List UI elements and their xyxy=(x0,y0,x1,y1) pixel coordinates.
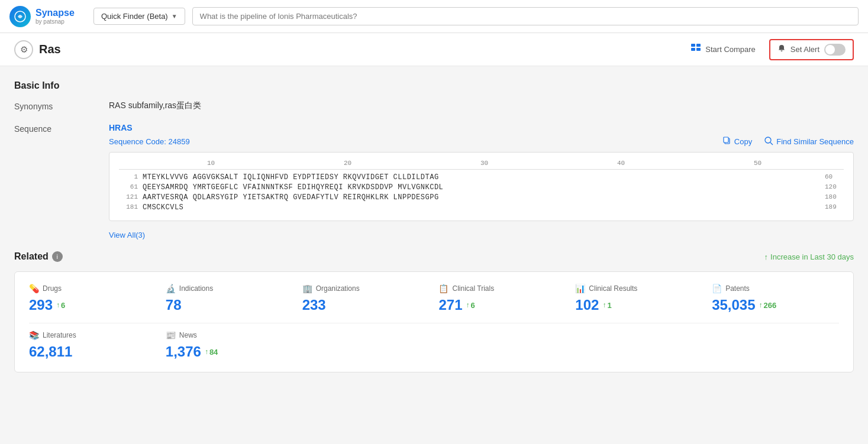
increase-label: ↑ Increase in Last 30 days xyxy=(764,252,854,261)
stat-card-header: 📰 News xyxy=(166,330,293,340)
stat-card-header: 📚 Literatures xyxy=(29,330,156,340)
stat-label: Clinical Trials xyxy=(452,284,494,293)
related-section-header: Related i ↑ Increase in Last 30 days xyxy=(14,251,854,262)
sequence-ruler: 10 20 30 40 50 xyxy=(119,160,844,170)
related-title-area: Related i xyxy=(14,251,63,262)
view-all-link[interactable]: View All(3) xyxy=(109,231,145,239)
settings-icon: ⚙ xyxy=(14,40,33,59)
stat-value: 102 ↑1 xyxy=(575,297,702,313)
arrow-up-icon: ↑ xyxy=(205,348,208,356)
stat-icon: 🏢 xyxy=(302,284,312,293)
stat-card-header: 📊 Clinical Results xyxy=(575,284,702,293)
sequence-line: 61 QEEYSAMRDQ YMRTGEGFLC VFAINNNTKSF EDI… xyxy=(119,183,844,192)
arrow-up-icon: ↑ xyxy=(764,252,769,261)
seq-start-num: 61 xyxy=(119,183,143,192)
related-cards-container: 💊 Drugs 293 ↑6 🔬 Indications 78 🏢 Organi… xyxy=(14,271,854,372)
synonyms-row: Synonyms RAS subfamily,ras蛋白类 xyxy=(14,101,854,111)
stat-label: Organizations xyxy=(316,284,360,293)
compare-icon xyxy=(691,44,702,56)
svg-rect-4 xyxy=(696,48,701,51)
stat-card[interactable]: 🏢 Organizations 233 xyxy=(302,284,430,313)
stat-value: 62,811 xyxy=(29,343,156,360)
stat-value: 78 xyxy=(166,297,293,313)
sequence-code-link[interactable]: Sequence Code: 24859 xyxy=(109,137,190,146)
stat-icon: 📊 xyxy=(575,284,585,293)
start-compare-label: Start Compare xyxy=(705,45,756,54)
stat-card-header: 🏢 Organizations xyxy=(302,284,430,293)
stats-divider xyxy=(29,323,839,323)
sequence-content: HRAS Sequence Code: 24859 Copy xyxy=(109,123,854,239)
page-title: Ras xyxy=(39,43,61,56)
stat-label: Drugs xyxy=(43,284,62,293)
stat-value: 271 ↑6 xyxy=(438,297,566,313)
svg-rect-3 xyxy=(696,44,701,47)
quick-finder-dropdown[interactable]: Quick Finder (Beta) ▼ xyxy=(93,8,185,25)
seq-content-text: QEEYSAMRDQ YMRTGEGFLC VFAINNNTKSF EDIHQY… xyxy=(143,183,820,192)
finder-label: Quick Finder (Beta) xyxy=(101,12,168,21)
alert-toggle[interactable] xyxy=(824,44,846,56)
stat-card[interactable]: 📊 Clinical Results 102 ↑1 xyxy=(575,284,702,313)
seq-end-num: 60 xyxy=(820,173,844,182)
synonyms-label: Synonyms xyxy=(14,101,109,111)
stat-card-header: 📋 Clinical Trials xyxy=(438,284,566,293)
stat-card[interactable]: 📋 Clinical Trials 271 ↑6 xyxy=(438,284,566,313)
stat-value: 233 xyxy=(302,297,430,313)
stat-icon: 📋 xyxy=(438,284,448,293)
sequence-actions: Copy Find Similar Sequence xyxy=(723,136,854,147)
basic-info-title: Basic Info xyxy=(14,80,854,91)
seq-start-num: 181 xyxy=(119,203,143,212)
stat-increase: ↑84 xyxy=(205,348,218,357)
stat-icon: 📰 xyxy=(166,330,176,340)
page-title-area: ⚙ Ras xyxy=(14,40,61,59)
seq-end-num: 180 xyxy=(820,193,844,202)
chevron-down-icon: ▼ xyxy=(172,13,178,20)
info-icon[interactable]: i xyxy=(52,251,63,262)
stat-value: 293 ↑6 xyxy=(29,297,156,313)
stat-card-header: 💊 Drugs xyxy=(29,284,156,293)
page-header: ⚙ Ras Start Compare Set Alert xyxy=(0,33,868,66)
seq-content-text: AARTVESRQA QDLARSYGIP YIETSAKTRQ GVEDAFY… xyxy=(143,193,820,202)
synonyms-value: RAS subfamily,ras蛋白类 xyxy=(109,101,854,111)
stat-card[interactable]: 💊 Drugs 293 ↑6 xyxy=(29,284,156,313)
stat-value: 1,376 ↑84 xyxy=(166,343,293,360)
stat-value: 35,035 ↑266 xyxy=(712,297,839,313)
stat-card[interactable]: 📄 Patents 35,035 ↑266 xyxy=(712,284,839,313)
svg-rect-6 xyxy=(724,137,728,142)
seq-content-text: MTEYKLVVVG AGGVGKSALT IQLIQNHFVD EYDPTIE… xyxy=(143,173,820,182)
stat-increase: ↑6 xyxy=(56,301,65,310)
stat-icon: 💊 xyxy=(29,284,39,293)
find-similar-button[interactable]: Find Similar Sequence xyxy=(764,136,854,147)
related-title: Related xyxy=(14,251,49,262)
set-alert-label: Set Alert xyxy=(790,45,819,54)
arrow-up-icon: ↑ xyxy=(466,301,470,309)
stat-card[interactable]: 📰 News 1,376 ↑84 xyxy=(166,330,293,360)
copy-button[interactable]: Copy xyxy=(723,137,752,147)
stat-label: Patents xyxy=(725,284,750,293)
stat-label: Indications xyxy=(179,284,213,293)
header-actions: Start Compare Set Alert xyxy=(685,39,854,60)
sequence-row: Sequence HRAS Sequence Code: 24859 Copy xyxy=(14,123,854,239)
sequence-box: 10 20 30 40 50 1 MTEYKLVVVG AGGVGKSALT I… xyxy=(109,152,854,221)
stat-card-header: 📄 Patents xyxy=(712,284,839,293)
sequence-row-header: Sequence Code: 24859 Copy xyxy=(109,136,854,147)
stats-grid-secondary: 📚 Literatures 62,811 📰 News 1,376 ↑84 xyxy=(29,330,839,360)
logo-text: Synapse by patsnap xyxy=(36,8,75,25)
stat-card[interactable]: 🔬 Indications 78 xyxy=(166,284,293,313)
stat-label: Literatures xyxy=(43,331,76,339)
copy-icon xyxy=(723,137,731,147)
start-compare-button[interactable]: Start Compare xyxy=(685,40,762,60)
svg-point-7 xyxy=(765,137,771,143)
sequence-line: 1 MTEYKLVVVG AGGVGKSALT IQLIQNHFVD EYDPT… xyxy=(119,173,844,182)
svg-rect-2 xyxy=(691,48,695,51)
logo-area: Synapse by patsnap xyxy=(9,6,86,27)
logo-subtitle: by patsnap xyxy=(36,18,75,25)
logo-title: Synapse xyxy=(36,8,75,18)
bell-icon xyxy=(777,44,786,54)
arrow-up-icon: ↑ xyxy=(56,301,60,309)
main-content: Basic Info Synonyms RAS subfamily,ras蛋白类… xyxy=(0,66,868,444)
stat-card[interactable]: 📚 Literatures 62,811 xyxy=(29,330,156,360)
set-alert-button[interactable]: Set Alert xyxy=(769,39,854,60)
search-input[interactable] xyxy=(192,7,859,25)
sequence-gene-name: HRAS xyxy=(109,123,854,132)
stat-icon: 📚 xyxy=(29,330,39,340)
